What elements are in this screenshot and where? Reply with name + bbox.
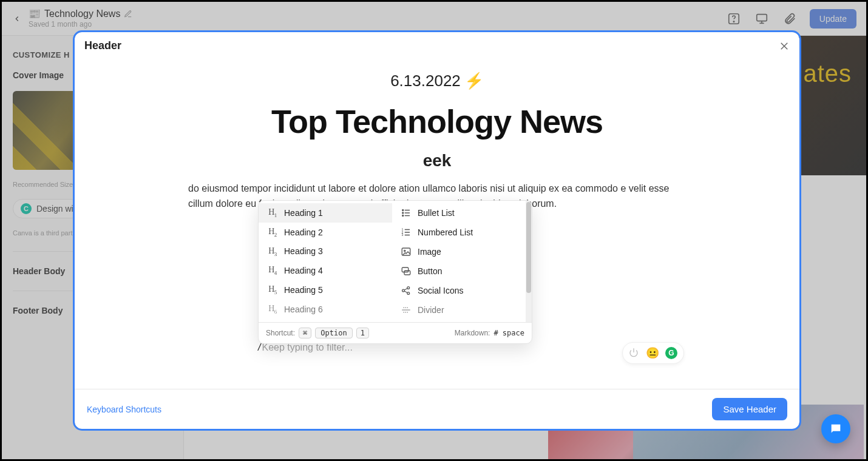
kbd-option: Option xyxy=(315,328,352,338)
grammarly-icon[interactable]: G xyxy=(665,347,677,359)
neutral-face-icon: 😐 xyxy=(646,346,659,360)
markdown-label: Markdown: xyxy=(455,329,490,337)
image-icon xyxy=(401,246,412,257)
H6-icon: H6 xyxy=(267,304,278,315)
doc-h1[interactable]: Top Technology News xyxy=(188,103,686,140)
button-icon xyxy=(401,266,412,277)
popover-item-social-icons[interactable]: Social Icons xyxy=(392,281,526,300)
H1-icon: H1 xyxy=(267,207,278,218)
numbered-icon: 123 xyxy=(401,227,412,238)
modal-body: 6.13.2022 ⚡ Top Technology News eek do e… xyxy=(75,59,799,389)
shortcut-label: Shortcut: xyxy=(266,329,295,337)
H4-icon: H4 xyxy=(267,265,278,276)
markdown-display: Markdown: # space xyxy=(455,329,524,337)
popover-item-image[interactable]: Image xyxy=(392,242,526,261)
popover-item-label: Heading 4 xyxy=(284,266,323,275)
shortcut-display: Shortcut: ⌘ Option 1 xyxy=(266,328,369,338)
bullet-icon xyxy=(401,207,412,218)
doc-h2[interactable]: eek xyxy=(188,151,686,170)
popover-item-label: Numbered List xyxy=(418,227,473,237)
popover-scrollbar-thumb[interactable] xyxy=(526,202,531,293)
modal-title: Header xyxy=(84,39,121,52)
svg-point-18 xyxy=(404,250,405,251)
popover-item-bullet-list[interactable]: Bullet List xyxy=(392,203,526,223)
popover-item-label: Heading 5 xyxy=(284,285,323,295)
chat-bubble-icon[interactable] xyxy=(821,414,850,443)
popover-item-heading-4[interactable]: H4Heading 4 xyxy=(259,261,392,280)
popover-scrollbar[interactable] xyxy=(526,201,532,322)
popover-item-label: Divider xyxy=(418,305,444,315)
slash-cursor: / xyxy=(258,342,260,353)
popover-column-right: Bullet List123Numbered ListImageButtonSo… xyxy=(392,201,526,322)
H3-icon: H3 xyxy=(267,246,278,257)
modal-footer: Keyboard Shortcuts Save Header xyxy=(75,389,799,429)
popover-item-heading-5[interactable]: H5Heading 5 xyxy=(259,280,392,300)
keyboard-shortcuts-link[interactable]: Keyboard Shortcuts xyxy=(87,405,161,414)
header-editor-modal: Header 6.13.2022 ⚡ Top Technology News e… xyxy=(75,32,799,429)
H2-icon: H2 xyxy=(267,227,278,238)
power-icon[interactable] xyxy=(629,348,640,358)
popover-item-numbered-list[interactable]: 123Numbered List xyxy=(392,223,526,242)
markdown-value: # space xyxy=(493,329,524,337)
popover-item-label: Bullet List xyxy=(418,208,455,218)
modal-header: Header xyxy=(75,32,799,59)
grammarly-pill[interactable]: 😐 G xyxy=(622,342,684,364)
popover-item-heading-6[interactable]: H6Heading 6 xyxy=(259,300,392,319)
popover-item-button[interactable]: Button xyxy=(392,261,526,281)
popover-item-label: Image xyxy=(418,247,441,257)
svg-line-25 xyxy=(404,291,407,293)
svg-point-7 xyxy=(402,212,404,214)
popover-footer: Shortcut: ⌘ Option 1 Markdown: # space xyxy=(259,322,532,343)
popover-item-label: Social Icons xyxy=(418,286,463,295)
lightning-icon: ⚡ xyxy=(464,72,484,90)
popover-item-label: Button xyxy=(418,266,442,276)
popover-items: H1Heading 1H2Heading 2H3Heading 3H4Headi… xyxy=(259,201,532,322)
divider-icon xyxy=(401,305,412,315)
close-icon[interactable] xyxy=(779,41,790,52)
social-icon xyxy=(401,285,412,296)
block-insert-popover: H1Heading 1H2Heading 2H3Heading 3H4Headi… xyxy=(258,200,532,344)
popover-column-left: H1Heading 1H2Heading 2H3Heading 3H4Headi… xyxy=(259,201,392,322)
popover-item-label: Heading 3 xyxy=(284,246,323,256)
popover-item-label: Heading 1 xyxy=(284,208,323,218)
svg-rect-19 xyxy=(402,268,409,272)
popover-item-heading-2[interactable]: H2Heading 2 xyxy=(259,223,392,242)
doc-date-text: 6.13.2022 xyxy=(390,72,461,90)
svg-text:3: 3 xyxy=(402,233,404,237)
popover-item-divider[interactable]: Divider xyxy=(392,300,526,320)
kbd-one: 1 xyxy=(356,328,369,338)
doc-date[interactable]: 6.13.2022 ⚡ xyxy=(188,72,686,90)
svg-rect-20 xyxy=(404,271,410,275)
popover-item-label: Heading 6 xyxy=(284,305,323,314)
H5-icon: H5 xyxy=(267,284,278,295)
doc-content[interactable]: 6.13.2022 ⚡ Top Technology News eek do e… xyxy=(188,72,686,212)
popover-item-label: Heading 2 xyxy=(284,227,323,237)
popover-item-heading-3[interactable]: H3Heading 3 xyxy=(259,242,392,261)
svg-point-5 xyxy=(402,210,404,211)
kbd-cmd: ⌘ xyxy=(299,328,311,338)
svg-line-24 xyxy=(404,288,407,290)
svg-point-9 xyxy=(402,215,404,217)
save-header-button[interactable]: Save Header xyxy=(712,398,787,420)
popover-item-heading-1[interactable]: H1Heading 1 xyxy=(259,203,392,223)
